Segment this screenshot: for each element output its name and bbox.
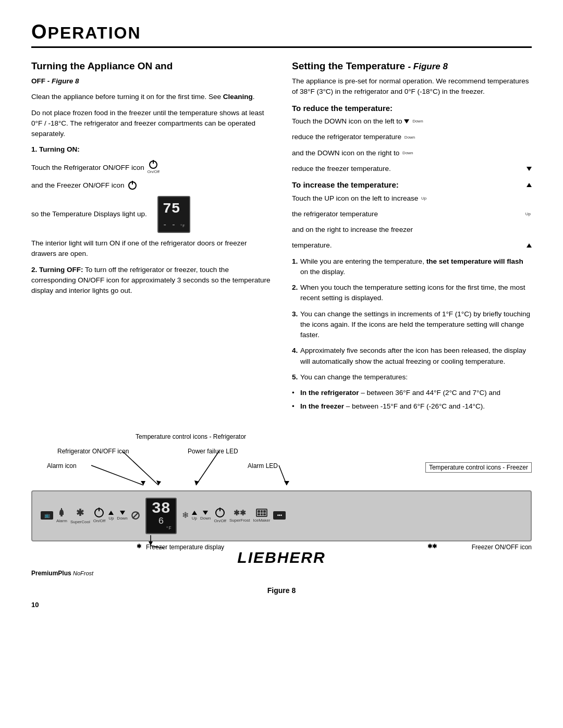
up-icon-2 — [527, 243, 532, 248]
right-section-title: Setting the Temperature - Figure 8 — [292, 60, 532, 72]
off-subtitle: OFF - Figure 8 — [31, 76, 271, 87]
liebherr-logo: LIEBHERR — [237, 549, 325, 566]
temp-display: 75 - - °F — [157, 196, 190, 233]
callout-labels-area: Temperature control icons - Refrigerator… — [31, 433, 532, 490]
alarm-led-callout: Alarm LED — [248, 462, 278, 470]
power-icon-2 — [128, 181, 137, 190]
power-right: On/Off — [214, 508, 226, 523]
panel-right: ❄ Up Down On/Off ✱✱ SuperFrost — [182, 508, 286, 523]
icemaker-icon: IceMaker — [253, 509, 271, 523]
svg-line-6 — [279, 465, 287, 485]
premium-plus-row: PremiumPlus NoFrost — [31, 570, 532, 577]
interior-light-para: The interior light will turn ON if one o… — [31, 238, 271, 260]
list-item-5: 5. You can change the temperatures: — [292, 372, 532, 382]
list-item-2: 2. When you touch the temperature settin… — [292, 282, 532, 304]
increase-title: To increase the temperature: — [292, 179, 532, 191]
alarm-bell-icon: Alarm — [56, 508, 67, 523]
svg-marker-7 — [284, 481, 289, 485]
svg-line-2 — [196, 451, 219, 485]
svg-marker-3 — [194, 480, 199, 485]
and-freezer-para: and the Freezer ON/OFF icon — [31, 180, 271, 191]
down-triangle-right: Down — [200, 511, 211, 521]
intro-para: The appliance is pre-set for normal oper… — [292, 76, 532, 97]
reduce-para3: and the DOWN icon on the right to Down — [292, 148, 532, 158]
power-icon-2-group — [127, 181, 138, 190]
so-temp-para: so the Temperature Displays light up. 75… — [31, 196, 271, 233]
svg-line-4 — [91, 465, 143, 485]
power-failure-callout: Power failure LED — [188, 448, 238, 455]
panel-left: 📺 Alarm ✱ SuperCool — [41, 507, 140, 524]
temp-bullets: In the refrigerator – between 36°F and 4… — [292, 388, 532, 412]
freezer-control-label: Temperature control icons - Freezer — [425, 462, 532, 473]
control-panel-diagram: 📺 Alarm ✱ SuperCool — [31, 490, 532, 541]
display-section: 38 6 °F — [145, 498, 177, 534]
snowflake-right-top: ❄ — [182, 510, 189, 521]
instructions-list: 1. While you are entering the temperatur… — [292, 256, 532, 383]
svg-line-11 — [132, 512, 138, 518]
para1: Clean the appliance before turning it on… — [31, 92, 271, 102]
up-triangle-right: Up — [192, 511, 197, 521]
bottom-labels-row: Freezer temperature display LIEBHERR Fre… — [31, 544, 532, 551]
right-column: Setting the Temperature - Figure 8 The a… — [292, 60, 532, 417]
svg-rect-8 — [60, 515, 63, 516]
up-triangle-icon: Up — [108, 511, 114, 521]
reduce-para2: reduce the refrigerator temperature Down — [292, 132, 532, 142]
list-item-1: 1. While you are entering the temperatur… — [292, 256, 532, 278]
turning-on-label: 1. Turning ON: — [31, 144, 271, 155]
lock-right-icon: ••• — [273, 511, 286, 521]
svg-marker-5 — [141, 481, 145, 485]
page-header: OPERATION — [31, 21, 532, 48]
diagram-section: Temperature control icons - Refrigerator… — [31, 433, 532, 577]
reduce-para1: Touch the DOWN icon on the left to Down — [292, 116, 532, 127]
turning-off-para: 2. Turning OFF: To turn off the refriger… — [31, 265, 271, 297]
up-icon-1 — [527, 183, 532, 187]
freezer-temp-display-label: Freezer temperature display — [146, 544, 224, 551]
refrigerator-control-label: Temperature control icons - Refrigerator — [136, 433, 246, 440]
supercool-icon: ✱ SuperCool — [70, 507, 90, 524]
page-title: OPERATION — [31, 21, 532, 43]
callout-arrows-svg — [31, 433, 532, 490]
svg-line-0 — [123, 451, 158, 485]
down-icon-1 — [404, 119, 409, 124]
turning-on-para: Touch the Refrigerator ON/OFF icon On/Of… — [31, 161, 271, 175]
bullet-2: In the freezer – between -15°F and 6°F (… — [292, 401, 532, 412]
reduce-para4: reduce the freezer temperature. — [292, 164, 532, 174]
reduce-title: To reduce the temperature: — [292, 103, 532, 115]
panel-display: 38 6 °F — [145, 498, 177, 534]
ref-onoff-callout: Refrigerator ON/OFF icon — [57, 448, 129, 455]
bullet-1: In the refrigerator – between 36°F and 4… — [292, 388, 532, 398]
on-off-label-1: On/Off — [148, 169, 160, 175]
page-number: 10 — [31, 601, 532, 609]
power-onoff-icon: On/Off — [93, 508, 105, 523]
left-column: Turning the Appliance ON and OFF - Figur… — [31, 60, 271, 417]
down-triangle-icon: Down — [117, 511, 127, 521]
increase-para3: and on the right to increase the freezer — [292, 225, 532, 235]
superfrost-icon: ✱✱ SuperFrost — [229, 509, 250, 523]
svg-marker-1 — [156, 480, 161, 485]
list-item-3: 3. You can change the settings in increm… — [292, 309, 532, 341]
power-icon-1 — [149, 161, 157, 169]
para2: Do not place frozen food in the freezer … — [31, 108, 271, 140]
alarm-icon-callout: Alarm icon — [47, 462, 77, 470]
lock-icon-panel: 📺 — [41, 511, 53, 521]
power-icon-ref: On/Off — [148, 161, 160, 175]
freezer-onoff-label: Freezer ON/OFF icon — [472, 544, 532, 551]
zero-slash-icon — [131, 511, 140, 521]
increase-para1: Touch the UP icon on the left to increas… — [292, 193, 532, 204]
increase-para4: temperature. — [292, 240, 532, 251]
figure-caption: Figure 8 — [31, 586, 532, 595]
increase-para2: the refrigerator temperature Up — [292, 209, 532, 219]
down-icon-2 — [527, 167, 532, 171]
list-item-4: 4. Approximately five seconds after the … — [292, 346, 532, 367]
left-section-title: Turning the Appliance ON and — [31, 60, 271, 72]
svg-rect-9 — [61, 508, 62, 510]
